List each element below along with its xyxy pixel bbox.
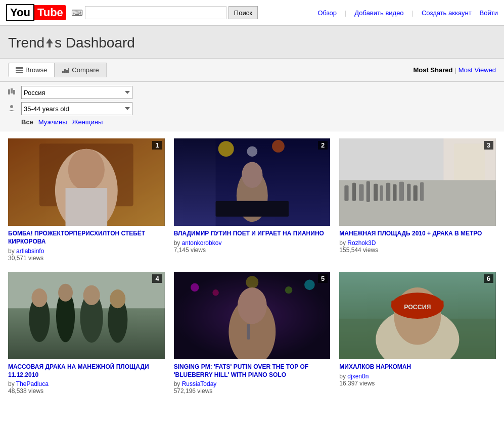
video-card-5[interactable]: 5 SINGING PM: 'FATS' PUTIN OVER THE TOP … [174,272,331,395]
logo[interactable]: YouTube [6,4,66,21]
keyboard-icon[interactable]: ⌨ [71,8,83,18]
video-views-6: 16,397 views [339,380,496,387]
gender-female[interactable]: Женщины [72,118,103,126]
video-card-2[interactable]: 2 ВЛАДИМИР ПУТИН ПОЕТ И ИГРАЕТ НА ПИАНИН… [174,138,331,262]
video-thumb-1: 1 [8,138,165,226]
video-views-4: 48,538 views [8,387,165,395]
video-author-4[interactable]: ThePadluca [16,380,49,387]
video-author-2[interactable]: antonkorobkov [182,239,222,247]
video-number-1: 1 [152,141,162,150]
video-thumb-3: 3 [339,138,496,226]
video-by-3: by [339,239,347,247]
nav-upload[interactable]: Добавить видео [354,9,403,17]
tab-browse[interactable]: Browse [8,63,55,77]
svg-rect-10 [13,90,15,94]
svg-rect-6 [66,70,68,73]
videos-grid: 1 БОМБА! ПРОЖЕКТОРПЕРИСХИЛТОН СТЕБЁТ КИР… [8,138,496,395]
thumb-placeholder-3 [339,138,496,226]
video-by-6: by [339,373,347,380]
sort-divider: | [454,66,456,74]
video-card-6[interactable]: РОССИЯ 6 МИХАЛКОВ НАРКОМАН by djxen0n 16… [339,272,496,395]
video-by-5: by [174,380,182,387]
video-thumb-5: 5 [174,272,331,359]
gender-tabs: Все Мужчины Женщины [21,118,496,126]
title-bar: Trend s Dashboard [0,26,504,59]
video-number-5: 5 [318,274,328,283]
svg-rect-25 [215,138,330,226]
nav-create-account[interactable]: Создать аккаунт [422,9,472,17]
video-meta-2: by antonkorobkov 7,145 views [174,239,331,254]
gender-all[interactable]: Все [21,118,33,126]
svg-rect-1 [16,67,23,69]
sort-links: Most Shared | Most Viewed [413,66,496,74]
header: YouTube ⌨ Поиск Обзор | Добавить видео |… [0,0,504,26]
region-icon [8,88,17,97]
video-views-1: 30,571 views [8,255,165,262]
controls-bar: Browse Compare Most Shared | Most Viewed [0,59,504,82]
compare-icon [62,67,69,73]
svg-rect-54 [8,272,165,359]
video-thumb-6: РОССИЯ 6 [339,272,496,359]
thumb-placeholder-5 [174,272,331,359]
svg-marker-0 [46,38,53,47]
video-number-4: 4 [152,274,162,283]
svg-rect-5 [64,69,66,73]
svg-rect-43 [339,138,496,226]
video-meta-3: by Rozhok3D 155,544 views [339,239,496,254]
video-number-2: 2 [318,141,328,150]
video-card-3[interactable]: 3 МАНЕЖНАЯ ПЛОЩАДЬ 2010 + ДРАКА В МЕТРО … [339,138,496,262]
logo-tube: Tube [34,5,66,20]
sort-shared[interactable]: Most Shared [413,66,452,74]
video-meta-1: by artlabsinfo 30,571 views [8,248,165,262]
video-meta-4: by ThePadluca 48,538 views [8,380,165,395]
thumb-placeholder-2 [174,138,331,226]
search-input[interactable] [85,6,226,19]
age-filter-row: 35-44 years old 18-24 years old 25-34 ye… [8,102,496,115]
video-card-1[interactable]: 1 БОМБА! ПРОЖЕКТОРПЕРИСХИЛТОН СТЕБЁТ КИР… [8,138,165,262]
video-title-5[interactable]: SINGING PM: 'FATS' PUTIN OVER THE TOP OF… [174,363,331,379]
video-title-4[interactable]: МАССОВАЯ ДРАКА НА МАНЕЖНОЙ ПЛОЩАДИ 11.12… [8,363,165,379]
video-thumb-2: 2 [174,138,331,226]
video-views-5: 572,196 views [174,387,331,395]
svg-rect-7 [68,68,69,73]
video-author-3[interactable]: Rozhok3D [347,239,376,247]
video-by-2: by [174,239,182,247]
video-meta-5: by RussiaToday 572,196 views [174,380,331,395]
tab-browse-label: Browse [25,66,47,74]
logo-you: You [6,4,34,21]
sort-viewed[interactable]: Most Viewed [459,66,496,74]
thumb-placeholder-4 [8,272,165,359]
nav-links: Обзор | Добавить видео | Создать аккаунт… [317,9,498,17]
video-number-6: 6 [484,274,493,283]
svg-rect-72 [339,272,496,359]
nav-overview[interactable]: Обзор [317,9,337,17]
video-views-3: 155,544 views [339,247,496,254]
thumb-placeholder-6: РОССИЯ [339,272,496,359]
video-meta-6: by djxen0n 16,397 views [339,373,496,387]
video-title-2[interactable]: ВЛАДИМИР ПУТИН ПОЕТ И ИГРАЕТ НА ПИАНИНО [174,230,331,238]
svg-rect-9 [11,88,13,93]
video-card-4[interactable]: 4 МАССОВАЯ ДРАКА НА МАНЕЖНОЙ ПЛОЩАДИ 11.… [8,272,165,395]
svg-rect-2 [16,70,23,71]
thumb-placeholder-1 [8,138,165,226]
browse-icon [16,67,23,73]
video-by-1: by [8,248,16,255]
search-button[interactable]: Поиск [228,6,258,19]
nav-signin[interactable]: Войти [480,9,498,17]
age-select[interactable]: 35-44 years old 18-24 years old 25-34 ye… [21,102,132,115]
svg-rect-8 [8,89,10,94]
filters: Россия США Германия 35-44 years old 18-2… [0,82,504,131]
svg-rect-4 [62,71,64,73]
video-title-3[interactable]: МАНЕЖНАЯ ПЛОЩАДЬ 2010 + ДРАКА В МЕТРО [339,230,496,238]
video-thumb-4: 4 [8,272,165,359]
video-author-6[interactable]: djxen0n [347,373,369,380]
video-author-5[interactable]: RussiaToday [182,380,217,387]
video-title-1[interactable]: БОМБА! ПРОЖЕКТОРПЕРИСХИЛТОН СТЕБЁТ КИРКО… [8,230,165,246]
video-author-1[interactable]: artlabsinfo [16,248,44,255]
gender-male[interactable]: Мужчины [38,118,67,126]
video-title-6[interactable]: МИХАЛКОВ НАРКОМАН [339,363,496,371]
video-views-2: 7,145 views [174,247,331,254]
region-select[interactable]: Россия США Германия [21,86,132,99]
age-icon [8,105,17,113]
tab-compare[interactable]: Compare [55,63,106,77]
